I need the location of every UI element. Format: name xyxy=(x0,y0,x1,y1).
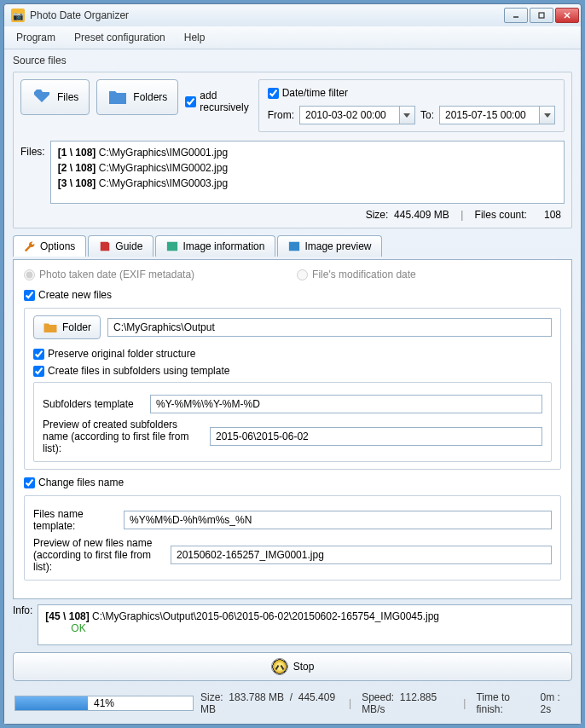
subfolders-template-label: Subfolders template xyxy=(43,398,145,410)
progress-percent: 41% xyxy=(15,696,193,710)
from-dropdown-icon[interactable] xyxy=(400,106,415,124)
close-button[interactable] xyxy=(555,8,579,23)
files-listbox[interactable]: [1 \ 108] C:\MyGraphics\IMG0001.jpg [2 \… xyxy=(50,141,565,204)
from-date-input[interactable] xyxy=(299,106,415,124)
filename-preview-label: Preview of new files name (according to … xyxy=(33,537,165,573)
change-files-name-checkbox[interactable]: Change files name xyxy=(24,477,561,488)
from-label: From: xyxy=(268,109,294,121)
date-filter-checkbox[interactable]: Date/time filter xyxy=(268,87,555,99)
tab-bar: Options Guide Image information Image pr… xyxy=(13,235,572,257)
menubar: Program Preset configuration Help xyxy=(4,26,581,49)
files-button[interactable]: Files xyxy=(20,79,90,115)
info-box[interactable]: [45 \ 108] C:\MyGraphics\Output\2015-06\… xyxy=(38,604,572,645)
filename-template-input[interactable] xyxy=(124,511,552,529)
book-icon xyxy=(99,240,111,252)
to-date-input[interactable] xyxy=(439,106,555,124)
app-icon: 📷 xyxy=(11,9,25,22)
list-item[interactable]: [3 \ 108] C:\MyGraphics\IMG0003.jpg xyxy=(58,176,557,191)
image-preview-icon xyxy=(288,240,300,252)
date-filter-panel: Date/time filter From: To: xyxy=(258,79,565,132)
minimize-button[interactable] xyxy=(504,8,528,23)
options-panel: Photo taken date (EXIF metadata) File's … xyxy=(13,259,572,599)
image-info-icon xyxy=(166,240,178,252)
folders-icon xyxy=(107,87,128,107)
source-panel: Files Folders add recursively Date/time … xyxy=(13,72,572,228)
filename-template-label: Files name template: xyxy=(33,508,119,532)
to-dropdown-icon[interactable] xyxy=(540,106,555,124)
menu-preset[interactable]: Preset configuration xyxy=(71,30,169,45)
radio-exif[interactable]: Photo taken date (EXIF metadata) xyxy=(24,269,194,280)
maximize-button[interactable] xyxy=(530,8,553,23)
files-icon xyxy=(32,87,52,107)
tab-image-preview[interactable]: Image preview xyxy=(277,235,382,257)
svg-rect-1 xyxy=(539,13,544,18)
files-button-label: Files xyxy=(57,91,78,103)
files-list-label: Files: xyxy=(20,146,45,204)
to-label: To: xyxy=(420,109,434,121)
tab-guide[interactable]: Guide xyxy=(88,235,153,257)
status-bar: 41% Size: 183.788 MB / 445.409 MB | Spee… xyxy=(13,688,572,719)
preserve-structure-checkbox[interactable]: Preserve original folder structure xyxy=(33,348,552,360)
svg-rect-4 xyxy=(167,242,177,251)
stop-button[interactable]: Stop xyxy=(13,652,572,681)
content: Source files Files Folders add recursive… xyxy=(4,49,581,724)
menu-program[interactable]: Program xyxy=(13,30,59,45)
radiation-icon xyxy=(271,658,288,675)
progress-bar: 41% xyxy=(14,696,194,711)
tab-image-info[interactable]: Image information xyxy=(155,235,275,257)
titlebar[interactable]: 📷 Photo Date Organizer xyxy=(4,4,581,26)
menu-help[interactable]: Help xyxy=(181,30,209,45)
info-status: OK xyxy=(71,622,565,634)
app-window: 📷 Photo Date Organizer Program Preset co… xyxy=(3,3,582,725)
info-line: [45 \ 108] C:\MyGraphics\Output\2015-06\… xyxy=(45,610,565,622)
tab-options[interactable]: Options xyxy=(13,235,86,257)
folders-button-label: Folders xyxy=(133,91,167,103)
svg-rect-5 xyxy=(289,242,299,251)
source-files-label: Source files xyxy=(13,55,572,66)
window-title: Photo Date Organizer xyxy=(30,9,504,21)
subfolders-preview-input[interactable] xyxy=(210,427,542,446)
folders-button[interactable]: Folders xyxy=(96,79,178,115)
radio-modification[interactable]: File's modification date xyxy=(297,269,416,280)
folder-open-icon xyxy=(43,320,58,335)
list-item[interactable]: [1 \ 108] C:\MyGraphics\IMG0001.jpg xyxy=(58,145,557,160)
subfolders-preview-label: Preview of created subfolders name (acco… xyxy=(43,419,205,454)
info-label: Info: xyxy=(13,604,32,645)
subfolders-template-checkbox[interactable]: Create files in subfolders using templat… xyxy=(33,365,552,377)
list-item[interactable]: [2 \ 108] C:\MyGraphics\IMG0002.jpg xyxy=(58,160,557,176)
subfolders-template-input[interactable] xyxy=(150,395,542,413)
output-folder-button[interactable]: Folder xyxy=(33,315,101,339)
add-recursively-checkbox[interactable]: add recursively xyxy=(185,90,251,113)
filename-preview-input[interactable] xyxy=(171,546,552,564)
source-stats: Size: 445.409 MB | Files count: 108 xyxy=(20,204,565,221)
output-folder-input[interactable] xyxy=(107,318,552,337)
wrench-icon xyxy=(24,240,36,252)
create-new-files-checkbox[interactable]: Create new files xyxy=(24,289,561,301)
